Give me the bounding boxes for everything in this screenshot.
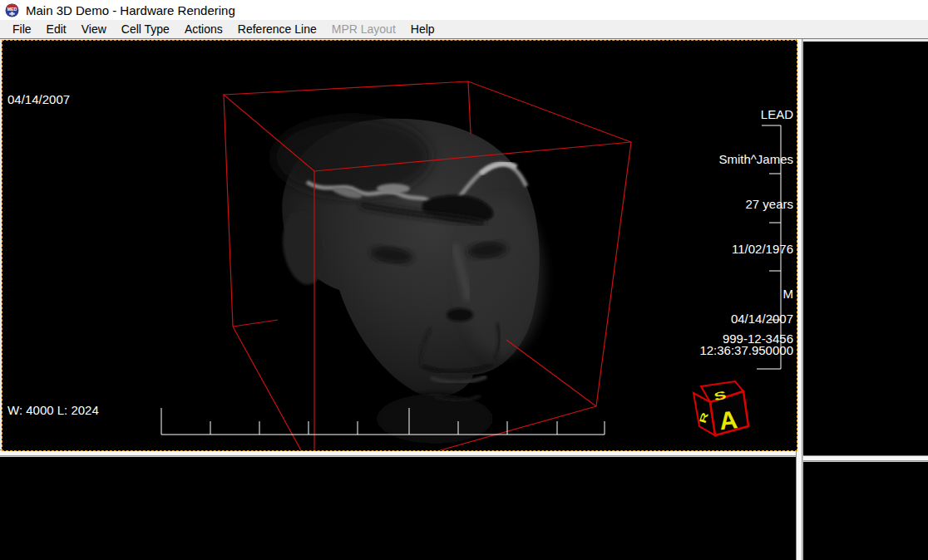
menu-file[interactable]: File	[5, 21, 39, 37]
patient-age: 27 years	[718, 197, 793, 212]
series-time-overlay: 12:36:37.950000	[699, 343, 793, 358]
orientation-cube[interactable]: A S R	[694, 381, 748, 435]
title-bar: MED Main 3D Demo - Hardware Rendering	[0, 0, 928, 20]
head-render	[273, 117, 545, 444]
splitter-horizontal-right[interactable]	[803, 455, 928, 462]
menu-view[interactable]: View	[74, 21, 114, 37]
app-icon-text: MED	[7, 7, 17, 12]
menu-edit[interactable]: Edit	[39, 21, 74, 37]
menu-help[interactable]: Help	[403, 21, 442, 37]
cube-letter-anterior: A	[718, 405, 738, 435]
menu-reference-line[interactable]: Reference Line	[230, 21, 324, 37]
series-date-overlay: 04/14/2007	[731, 312, 793, 327]
menu-actions[interactable]: Actions	[177, 21, 230, 37]
viewport-3d-main[interactable]: A S R 04/14/2007 W: 4000 L: 2024 LEAD Sm…	[2, 40, 797, 451]
render-canvas: A S R	[2, 41, 797, 450]
app-icon: MED	[5, 3, 19, 17]
patient-sex: M	[718, 287, 793, 302]
menu-bar: File Edit View Cell Type Actions Referen…	[0, 20, 928, 39]
viewport-bottom-right[interactable]	[803, 462, 928, 560]
menu-mpr-layout: MPR Layout	[324, 21, 403, 37]
menu-cell-type[interactable]: Cell Type	[114, 21, 177, 37]
patient-birthdate: 11/02/1976	[718, 242, 793, 257]
study-date-overlay: 04/14/2007	[7, 92, 70, 107]
patient-info-overlay: LEAD Smith^James 27 years 11/02/1976 M 9…	[718, 77, 793, 376]
viewport-bottom-left[interactable]	[0, 457, 796, 560]
viewport-right-top[interactable]	[803, 42, 928, 455]
patient-id-label: LEAD	[718, 107, 793, 122]
window-title: Main 3D Demo - Hardware Rendering	[26, 3, 235, 17]
patient-name: Smith^James	[718, 152, 793, 167]
window-level-overlay: W: 4000 L: 2024	[7, 403, 99, 418]
